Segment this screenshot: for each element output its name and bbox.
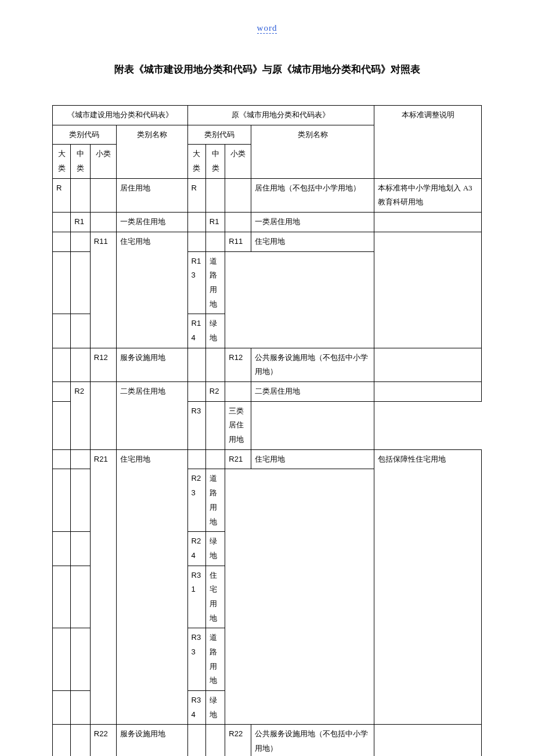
cell-l_big bbox=[53, 382, 71, 402]
cell-r_big bbox=[53, 691, 71, 725]
page-title: 附表《城市建设用地分类和代码》与原《城市用地分类和代码》对照表 bbox=[52, 63, 482, 76]
cell-r_small: R23 bbox=[187, 469, 205, 532]
th-left-group: 《城市建设用地分类和代码表》 bbox=[53, 106, 188, 125]
cell-r_big bbox=[53, 401, 71, 449]
cell-note bbox=[374, 232, 482, 348]
th-left-mid: 中类 bbox=[71, 145, 91, 178]
cell-r_name: 绿地 bbox=[205, 691, 225, 725]
cell-l_mid bbox=[71, 178, 91, 212]
cell-r_mid bbox=[71, 251, 91, 314]
cell-r_mid bbox=[71, 691, 91, 725]
cell-l_mid bbox=[71, 725, 91, 756]
cell-r_big bbox=[53, 628, 71, 691]
cell-r_small bbox=[205, 401, 225, 449]
cell-l_name: 居住用地 bbox=[116, 178, 187, 212]
cell-l_name: 住宅用地 bbox=[116, 449, 187, 725]
cell-r_name: 绿地 bbox=[205, 532, 225, 566]
th-left-small: 小类 bbox=[90, 145, 116, 178]
th-right-group: 原《城市用地分类和代码表》 bbox=[187, 106, 374, 125]
cell-l_small: R22 bbox=[90, 725, 116, 756]
cell-r_big bbox=[53, 566, 71, 628]
cell-l_big: R bbox=[53, 178, 71, 212]
cell-l_small: R12 bbox=[90, 348, 116, 381]
cell-l_name: 住宅用地 bbox=[116, 232, 187, 348]
cell-r_big bbox=[53, 314, 71, 348]
cell-r_mid bbox=[71, 628, 91, 691]
cell-l_big bbox=[53, 449, 71, 469]
cell-r_small: R33 bbox=[187, 628, 205, 691]
cell-l_big bbox=[53, 725, 71, 756]
cell-note bbox=[374, 382, 482, 402]
cell-l_small bbox=[90, 382, 116, 450]
cell-r_small: R11 bbox=[225, 232, 251, 251]
cell-r_mid bbox=[205, 178, 225, 212]
cell-note bbox=[251, 401, 374, 449]
cell-r_small bbox=[225, 178, 251, 212]
cell-l_big bbox=[53, 213, 71, 232]
cell-l_name: 服务设施用地 bbox=[116, 725, 187, 756]
cell-r_mid: R2 bbox=[205, 382, 225, 402]
th-notes: 本标准调整说明 bbox=[374, 106, 482, 179]
cell-r_small: R24 bbox=[187, 532, 205, 566]
cell-r_mid: R1 bbox=[205, 213, 225, 232]
cell-r_name: 二类居住用地 bbox=[251, 382, 374, 402]
cell-note bbox=[374, 348, 482, 381]
cell-r_big bbox=[53, 532, 71, 566]
cell-r_name: 住宅用地 bbox=[251, 449, 374, 469]
cell-r_big: R bbox=[187, 178, 205, 212]
table-row: R2二类居住用地R2二类居住用地 bbox=[53, 382, 482, 402]
cell-r_mid bbox=[205, 232, 225, 251]
th-right-small: 小类 bbox=[225, 145, 251, 178]
cell-r_name: 居住用地（不包括中小学用地） bbox=[251, 178, 374, 212]
th-right-name: 类别名称 bbox=[251, 125, 374, 178]
cell-r_name: 道路用地 bbox=[205, 469, 225, 532]
cell-r_small: R13 bbox=[187, 251, 205, 314]
cell-r_mid bbox=[205, 449, 225, 469]
cell-r_mid: R3 bbox=[187, 401, 205, 449]
cell-l_small: R21 bbox=[90, 449, 116, 725]
cell-r_mid bbox=[71, 469, 91, 532]
table-row: R居住用地R居住用地（不包括中小学用地）本标准将中小学用地划入 A3 教育科研用… bbox=[53, 178, 482, 212]
cell-l_mid: R1 bbox=[71, 213, 91, 232]
cell-r_small: R34 bbox=[187, 691, 205, 725]
cell-l_name: 一类居住用地 bbox=[116, 213, 187, 232]
th-right-big: 大类 bbox=[187, 145, 205, 178]
cell-r_big bbox=[187, 725, 205, 756]
cell-r_name: 公共服务设施用地（不包括中小学用地） bbox=[251, 725, 374, 756]
cell-r_small: R31 bbox=[187, 566, 205, 628]
cell-r_small: R22 bbox=[225, 725, 251, 756]
cell-r_big bbox=[187, 382, 205, 402]
cell-l_mid bbox=[71, 348, 91, 381]
table-row: R11住宅用地R11住宅用地 bbox=[53, 232, 482, 251]
cell-r_name: 三类居住用地 bbox=[225, 401, 251, 449]
cell-r_name: 一类居住用地 bbox=[251, 213, 374, 232]
table-body: R居住用地R居住用地（不包括中小学用地）本标准将中小学用地划入 A3 教育科研用… bbox=[53, 178, 482, 756]
cell-r_mid bbox=[205, 725, 225, 756]
th-right-code: 类别代码 bbox=[187, 125, 251, 145]
cell-note: 本标准将中小学用地划入 A3 教育科研用地 bbox=[374, 178, 482, 212]
cell-l_small: R11 bbox=[90, 232, 116, 348]
cell-r_small: R21 bbox=[225, 449, 251, 469]
th-left-name: 类别名称 bbox=[116, 125, 187, 178]
cell-r_big bbox=[187, 449, 205, 469]
cell-note bbox=[374, 213, 482, 232]
cell-l_name: 二类居住用地 bbox=[116, 382, 187, 450]
cell-l_mid bbox=[71, 232, 91, 251]
cell-r_name: 绿地 bbox=[205, 314, 225, 348]
cell-r_small: R14 bbox=[187, 314, 205, 348]
cell-r_big bbox=[53, 251, 71, 314]
cell-note bbox=[374, 725, 482, 756]
cell-l_big bbox=[53, 232, 71, 251]
cell-r_name: 住宅用地 bbox=[251, 232, 374, 251]
table-row: R12服务设施用地R12公共服务设施用地（不包括中小学用地） bbox=[53, 348, 482, 381]
cell-r_name: 住宅用地 bbox=[205, 566, 225, 628]
cell-r_big bbox=[187, 232, 205, 251]
cell-r_mid bbox=[205, 348, 225, 381]
cell-r_big bbox=[187, 348, 205, 381]
comparison-table: 《城市建设用地分类和代码表》 原《城市用地分类和代码表》 本标准调整说明 类别代… bbox=[52, 105, 482, 756]
th-right-mid: 中类 bbox=[205, 145, 225, 178]
cell-r_small bbox=[225, 382, 251, 402]
cell-note: 包括保障性住宅用地 bbox=[374, 449, 482, 725]
table-row: R22服务设施用地R22公共服务设施用地（不包括中小学用地） bbox=[53, 725, 482, 756]
cell-r_name: 公共服务设施用地（不包括中小学用地） bbox=[251, 348, 374, 381]
